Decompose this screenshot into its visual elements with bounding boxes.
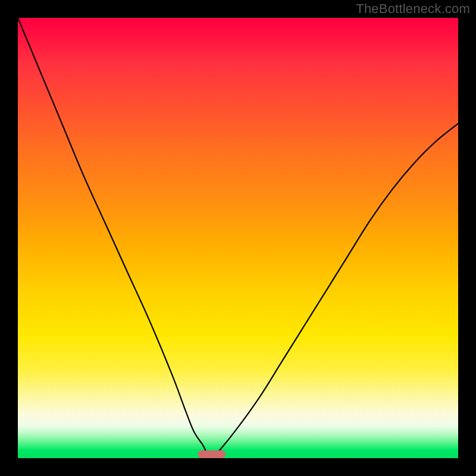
curve-right-arm [212,124,458,458]
curve-left-arm [18,18,212,458]
plot-area [18,18,458,458]
watermark-text: TheBottleneck.com [356,1,470,17]
chart-frame: TheBottleneck.com [0,0,476,476]
bottleneck-marker [198,450,226,458]
curve-layer [18,18,458,458]
